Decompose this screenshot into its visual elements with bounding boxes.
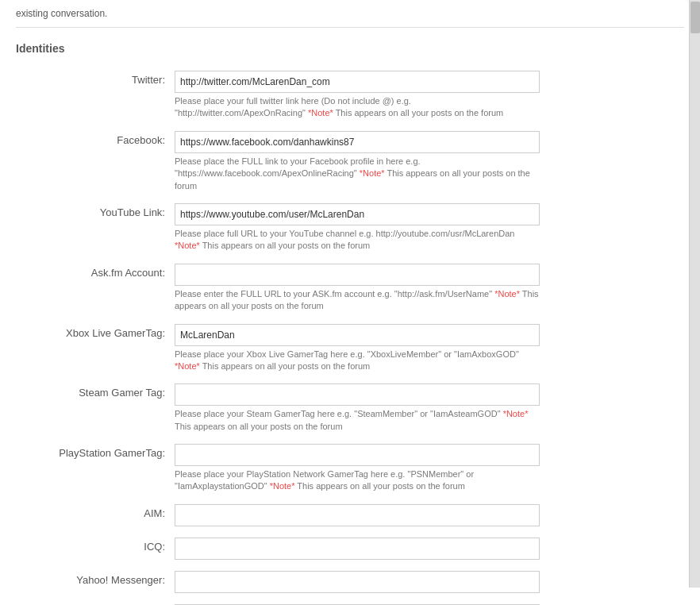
label-yahoo: Yahoo! Messenger: [16,568,175,601]
form-table: Twitter:Please place your full twitter l… [16,67,684,605]
form-row-icq: ICQ: [16,534,684,568]
hint-facebook: Please place the FULL link to your Faceb… [175,156,540,192]
field-cell-yahoo [175,568,684,601]
field-cell-aim [175,501,684,534]
field-cell-steam: Please place your Steam GamerTag here e.… [175,380,684,441]
form-row-youtube: YouTube Link:Please place full URL to yo… [16,200,684,260]
input-icq[interactable] [175,538,540,560]
field-cell-skype [175,601,684,605]
input-youtube[interactable] [175,203,540,225]
form-row-yahoo: Yahoo! Messenger: [16,568,684,601]
form-row-steam: Steam Gamer Tag:Please place your Steam … [16,380,684,441]
hint-xbox: Please place your Xbox Live GamerTag her… [175,349,540,373]
form-row-skype: Skype: [16,601,684,605]
hint-youtube: Please place full URL to your YouTube ch… [175,228,540,252]
field-cell-youtube: Please place full URL to your YouTube ch… [175,200,684,260]
input-steam[interactable] [175,383,540,406]
label-youtube: YouTube Link: [16,200,175,260]
form-row-twitter: Twitter:Please place your full twitter l… [16,67,684,128]
form-row-aim: AIM: [16,501,684,534]
page-wrapper: existing conversation. Identities Twitte… [0,0,700,605]
label-aim: AIM: [16,501,175,534]
input-yahoo[interactable] [175,571,540,593]
scrollbar[interactable] [689,0,700,588]
input-twitter[interactable] [175,71,540,93]
field-cell-facebook: Please place the FULL link to your Faceb… [175,128,684,200]
field-cell-twitter: Please place your full twitter link here… [175,67,684,128]
form-row-askfm: Ask.fm Account:Please enter the FULL URL… [16,260,684,321]
section-title: Identities [16,42,684,55]
intro-text: existing conversation. [16,8,684,28]
hint-steam: Please place your Steam GamerTag here e.… [175,408,540,433]
input-xbox[interactable] [175,324,540,346]
input-playstation[interactable] [175,444,540,466]
field-cell-icq [175,534,684,568]
field-cell-askfm: Please enter the FULL URL to your ASK.fm… [175,260,684,321]
label-icq: ICQ: [16,534,175,568]
hint-twitter: Please place your full twitter link here… [175,95,540,120]
field-cell-playstation: Please place your PlayStation Network Ga… [175,441,684,501]
form-row-xbox: Xbox Live GamerTag:Please place your Xbo… [16,321,684,381]
input-askfm[interactable] [175,264,540,286]
input-facebook[interactable] [175,131,540,153]
field-cell-xbox: Please place your Xbox Live GamerTag her… [175,321,684,381]
form-row-facebook: Facebook:Please place the FULL link to y… [16,128,684,200]
scroll-thumb[interactable] [690,2,700,33]
form-row-playstation: PlayStation GamerTag:Please place your P… [16,441,684,501]
hint-askfm: Please enter the FULL URL to your ASK.fm… [175,288,540,313]
label-twitter: Twitter: [16,67,175,128]
label-facebook: Facebook: [16,128,175,200]
hint-playstation: Please place your PlayStation Network Ga… [175,468,540,493]
label-skype: Skype: [16,601,175,605]
input-aim[interactable] [175,504,540,526]
label-askfm: Ask.fm Account: [16,260,175,321]
label-steam: Steam Gamer Tag: [16,380,175,441]
label-xbox: Xbox Live GamerTag: [16,321,175,381]
label-playstation: PlayStation GamerTag: [16,441,175,501]
